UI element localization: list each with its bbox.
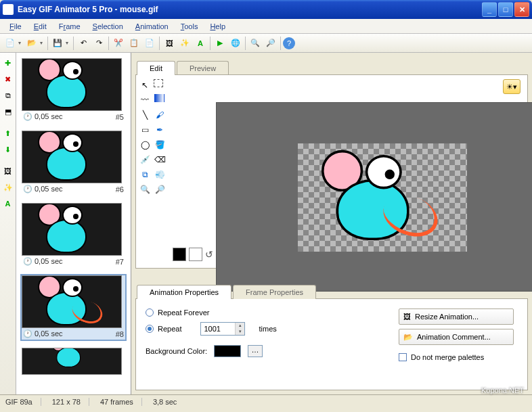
- status-duration: 3,8 sec: [153, 398, 185, 406]
- image-icon[interactable]: 🖼: [162, 36, 177, 51]
- eyedropper-icon[interactable]: 💉: [139, 154, 151, 166]
- menu-file[interactable]: File: [4, 21, 27, 32]
- close-button[interactable]: ✕: [514, 2, 529, 17]
- fg-color-swatch[interactable]: [173, 248, 186, 261]
- edit-panel: ↖ 〰 ╲🖌 ▭✒ ◯🪣 💉⌫ ⧉💨 🔍🔎 ☀▾: [135, 74, 528, 269]
- insert-icon[interactable]: ⬒: [1, 104, 16, 119]
- status-version: GIF 89a: [5, 398, 41, 406]
- move-up-icon[interactable]: ⬆: [1, 126, 16, 141]
- menu-help[interactable]: Help: [204, 21, 231, 32]
- paste-icon[interactable]: 📄: [142, 36, 157, 51]
- web-icon[interactable]: 🌐: [228, 36, 243, 51]
- marquee-icon[interactable]: [154, 79, 163, 87]
- save-icon[interactable]: 💾: [50, 36, 65, 51]
- undo-icon[interactable]: ↶: [76, 36, 91, 51]
- crop-icon[interactable]: ⧉: [139, 168, 151, 181]
- effects-icon[interactable]: ✨: [1, 180, 16, 195]
- wizard-icon[interactable]: ✨: [177, 36, 192, 51]
- edit-frame-icon[interactable]: 🖼: [1, 164, 16, 179]
- frames-panel[interactable]: 🕐0,05 sec#5 🕐0,05 sec#6 🕐0,05 sec#7 🕐0,0…: [16, 53, 131, 394]
- properties-panel: Repeat Forever Repeat ▴▾ times Backgroun…: [135, 298, 528, 390]
- rect-icon[interactable]: ▭: [139, 124, 151, 136]
- tab-frame-props[interactable]: Frame Properties: [233, 285, 316, 299]
- spray-icon[interactable]: 💨: [154, 168, 166, 181]
- bg-more-button[interactable]: …: [248, 345, 263, 357]
- play-icon[interactable]: ▶: [213, 36, 227, 51]
- minimize-button[interactable]: _: [482, 2, 497, 17]
- options-button[interactable]: ☀▾: [503, 79, 520, 94]
- tab-preview[interactable]: Preview: [177, 61, 229, 75]
- main-toolbar: 📄▾ 📂▾ 💾▾ ↶ ↷ ✂️ 📋 📄 🖼 ✨ A ▶ 🌐 🔍 🔎 ?: [0, 34, 532, 53]
- open-icon[interactable]: 📂: [24, 36, 39, 51]
- status-bar: GIF 89a 121 x 78 47 frames 3,8 sec: [0, 394, 532, 408]
- zoom-in-icon[interactable]: 🔍: [139, 183, 151, 196]
- fill-icon[interactable]: 🪣: [154, 139, 166, 151]
- status-dimensions: 121 x 78: [52, 398, 89, 406]
- delete-frame-icon[interactable]: ✖: [1, 72, 16, 87]
- duplicate-icon[interactable]: ⧉: [1, 88, 16, 103]
- frame-item[interactable]: 🕐0,05 sec#7: [20, 202, 127, 269]
- search-icon[interactable]: 🔎: [263, 36, 278, 51]
- redo-icon[interactable]: ↷: [91, 36, 106, 51]
- tab-anim-props[interactable]: Animation Properties: [137, 285, 231, 299]
- app-icon: 🎞: [3, 4, 14, 15]
- pen-icon[interactable]: ✒: [154, 124, 166, 136]
- radio-repeat[interactable]: [146, 325, 154, 333]
- add-frame-icon[interactable]: ✚: [1, 55, 16, 70]
- menu-selection[interactable]: Selection: [87, 21, 129, 32]
- repeat-count-spinner[interactable]: ▴▾: [200, 322, 245, 336]
- zoom-out-icon[interactable]: 🔎: [154, 183, 166, 196]
- merge-checkbox[interactable]: [399, 353, 407, 361]
- resize-animation-button[interactable]: 🖼Resize Animation...: [399, 308, 514, 325]
- brush-icon[interactable]: 🖌: [154, 109, 166, 121]
- help-icon[interactable]: ?: [283, 37, 295, 49]
- status-frames: 47 frames: [100, 398, 142, 406]
- resize-icon: 🖼: [403, 313, 411, 321]
- window-title: Easy GIF Animator 5 Pro - mouse.gif: [18, 5, 482, 14]
- preview-icon[interactable]: 🔍: [248, 36, 263, 51]
- gradient-icon[interactable]: [154, 94, 164, 102]
- move-down-icon[interactable]: ⬇: [1, 142, 16, 157]
- bg-color-picker[interactable]: [214, 345, 241, 357]
- new-icon[interactable]: 📄: [3, 36, 18, 51]
- folder-icon: 📂: [403, 333, 413, 342]
- edit-tools: ↖ 〰 ╲🖌 ▭✒ ◯🪣 💉⌫ ⧉💨 🔍🔎: [136, 75, 169, 268]
- line-icon[interactable]: ╲: [139, 109, 151, 121]
- menu-tools[interactable]: Tools: [175, 21, 204, 32]
- title-bar: 🎞 Easy GIF Animator 5 Pro - mouse.gif _ …: [0, 0, 532, 19]
- tab-edit[interactable]: Edit: [137, 61, 175, 75]
- menu-frame[interactable]: Frame: [53, 21, 86, 32]
- bg-color-swatch[interactable]: [189, 248, 202, 261]
- text-icon[interactable]: A: [193, 36, 208, 51]
- side-toolbar: ✚ ✖ ⧉ ⬒ ⬆ ⬇ 🖼 ✨ A: [0, 53, 16, 394]
- radio-repeat-forever[interactable]: [146, 308, 154, 317]
- swap-colors-icon[interactable]: ↺: [205, 249, 213, 260]
- bg-label: Background Color:: [146, 347, 207, 355]
- menu-animation[interactable]: Animation: [130, 21, 174, 32]
- eraser-icon[interactable]: ⌫: [154, 154, 166, 166]
- menu-edit[interactable]: Edit: [28, 21, 52, 32]
- ellipse-icon[interactable]: ◯: [139, 139, 151, 151]
- copy-icon[interactable]: 📋: [127, 36, 141, 51]
- watermark: Kopona.NET: [481, 386, 524, 394]
- frame-item[interactable]: 🕐0,05 sec#6: [20, 129, 127, 196]
- repeat-input[interactable]: [201, 323, 235, 335]
- frame-item-selected[interactable]: 🕐0,05 sec#8: [20, 274, 127, 341]
- animation-comment-button[interactable]: 📂Animation Comment...: [399, 329, 514, 345]
- cut-icon[interactable]: ✂️: [111, 36, 126, 51]
- text-tool-icon[interactable]: A: [1, 196, 16, 211]
- canvas[interactable]: [216, 102, 532, 292]
- frame-item[interactable]: [20, 346, 127, 376]
- menu-bar: File Edit Frame Selection Animation Tool…: [0, 19, 532, 34]
- pointer-icon[interactable]: ↖: [139, 79, 151, 91]
- frame-item[interactable]: 🕐0,05 sec#5: [20, 57, 127, 124]
- editor-tabs: Edit Preview: [131, 57, 532, 74]
- maximize-button[interactable]: □: [498, 2, 513, 17]
- lasso-icon[interactable]: 〰: [139, 94, 151, 106]
